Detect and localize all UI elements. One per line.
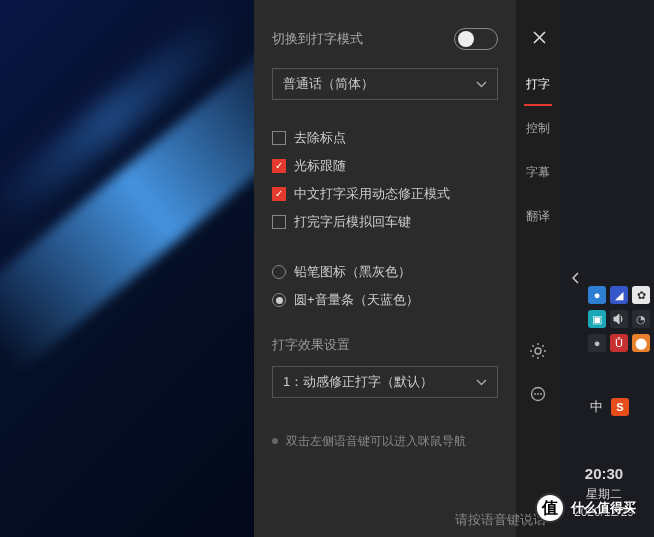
tray-app-icon-6[interactable]: ●	[588, 334, 606, 352]
ime-label: 中	[590, 398, 603, 416]
tray-app-icon-8[interactable]: ⬤	[632, 334, 650, 352]
speaker-icon	[613, 313, 625, 325]
radio-label: 圆+音量条（天蓝色）	[294, 291, 419, 309]
right-sidebar: 打字控制字幕翻译	[516, 0, 560, 537]
effect-dropdown-value: 1：动感修正打字（默认）	[283, 373, 433, 391]
sidebar-tab-2[interactable]: 字幕	[516, 150, 560, 194]
svg-point-3	[537, 393, 539, 395]
tray-app-icon-2[interactable]: ◢	[610, 286, 628, 304]
radio[interactable]	[272, 293, 286, 307]
tray-app-icon-4[interactable]: ▣	[588, 310, 606, 328]
chevron-left-icon	[572, 272, 580, 284]
bullet-icon	[272, 438, 278, 444]
settings-panel: 切换到打字模式 普通话（简体） 去除标点光标跟随中文打字采用动态修正模式打完字后…	[254, 0, 560, 537]
svg-point-0	[535, 348, 541, 354]
radio[interactable]	[272, 265, 286, 279]
gear-icon	[529, 342, 547, 360]
checkbox-row[interactable]: 打完字后模拟回车键	[272, 208, 498, 236]
checkbox-row[interactable]: 光标跟随	[272, 152, 498, 180]
tray-volume-icon[interactable]	[610, 310, 628, 328]
checkbox-row[interactable]: 去除标点	[272, 124, 498, 152]
radio-row[interactable]: 圆+音量条（天蓝色）	[272, 286, 498, 314]
checkbox[interactable]	[272, 131, 286, 145]
close-icon	[533, 31, 546, 44]
hint-row: 双击左侧语音键可以进入咪鼠导航	[254, 418, 516, 464]
checkbox[interactable]	[272, 187, 286, 201]
effect-dropdown[interactable]: 1：动感修正打字（默认）	[272, 366, 498, 398]
radio-group: 铅笔图标（黑灰色）圆+音量条（天蓝色）	[254, 254, 516, 332]
checkbox[interactable]	[272, 215, 286, 229]
watermark: 值 什么值得买	[535, 493, 636, 523]
effect-section-label: 打字效果设置	[254, 332, 516, 362]
tray-icon-grid: ● ◢ ✿ ▣ ◔ ● Ů ⬤	[588, 286, 650, 352]
tray-app-icon-7[interactable]: Ů	[610, 334, 628, 352]
chat-icon	[529, 386, 547, 404]
sidebar-tab-1[interactable]: 控制	[516, 106, 560, 150]
ime-indicator[interactable]: 中 S	[590, 398, 629, 416]
tray-app-icon-1[interactable]: ●	[588, 286, 606, 304]
system-tray: ● ◢ ✿ ▣ ◔ ● Ů ⬤ 中 S 20:30 星期二 2020/12/29	[560, 0, 654, 537]
checkbox-group: 去除标点光标跟随中文打字采用动态修正模式打完字后模拟回车键	[254, 120, 516, 254]
checkbox-label: 去除标点	[294, 129, 346, 147]
typing-mode-toggle[interactable]	[454, 28, 498, 50]
clock-time: 20:30	[560, 463, 648, 486]
checkbox-row[interactable]: 中文打字采用动态修正模式	[272, 180, 498, 208]
checkbox[interactable]	[272, 159, 286, 173]
hint-text: 双击左侧语音键可以进入咪鼠导航	[286, 432, 466, 450]
tray-expand-chevron[interactable]	[568, 270, 584, 286]
close-button[interactable]	[518, 22, 560, 52]
sidebar-chat[interactable]	[516, 373, 560, 417]
chevron-down-icon	[476, 81, 487, 88]
sidebar-settings[interactable]	[516, 329, 560, 373]
svg-point-4	[540, 393, 542, 395]
radio-row[interactable]: 铅笔图标（黑灰色）	[272, 258, 498, 286]
sidebar-tab-0[interactable]: 打字	[516, 62, 560, 106]
tray-app-icon-5[interactable]: ◔	[632, 310, 650, 328]
checkbox-label: 中文打字采用动态修正模式	[294, 185, 450, 203]
watermark-text: 什么值得买	[571, 499, 636, 517]
language-dropdown-value: 普通话（简体）	[283, 75, 374, 93]
language-dropdown[interactable]: 普通话（简体）	[272, 68, 498, 100]
sogou-ime-icon[interactable]: S	[611, 398, 629, 416]
sidebar-tab-3[interactable]: 翻译	[516, 194, 560, 238]
checkbox-label: 打完字后模拟回车键	[294, 213, 411, 231]
svg-point-2	[534, 393, 536, 395]
watermark-badge-icon: 值	[535, 493, 565, 523]
typing-mode-label: 切换到打字模式	[272, 30, 446, 48]
voice-prompt: 请按语音键说话	[455, 511, 546, 529]
toggle-knob	[458, 31, 474, 47]
chevron-down-icon	[476, 379, 487, 386]
tray-app-icon-3[interactable]: ✿	[632, 286, 650, 304]
radio-label: 铅笔图标（黑灰色）	[294, 263, 411, 281]
checkbox-label: 光标跟随	[294, 157, 346, 175]
panel-main: 切换到打字模式 普通话（简体） 去除标点光标跟随中文打字采用动态修正模式打完字后…	[254, 0, 516, 537]
